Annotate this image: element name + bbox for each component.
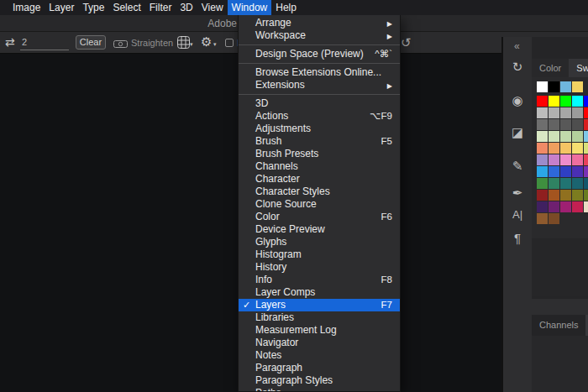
menu-item-clone-source[interactable]: Clone Source <box>239 198 400 211</box>
color-swatch[interactable] <box>572 166 583 177</box>
color-swatch[interactable] <box>584 131 588 142</box>
color-swatch[interactable] <box>572 119 583 130</box>
swap-dimensions-icon[interactable]: ⇄ <box>5 35 15 49</box>
menubar-item-filter[interactable]: Filter <box>145 0 176 15</box>
styles-panel-icon[interactable]: ◪ <box>503 125 532 140</box>
menubar-item-type[interactable]: Type <box>78 0 108 15</box>
tool-presets-panel-icon[interactable]: ✎ <box>503 159 532 174</box>
tab-color[interactable]: Color <box>532 59 569 77</box>
color-swatch[interactable] <box>584 154 588 165</box>
menu-item-character[interactable]: Character <box>239 173 400 186</box>
color-swatch[interactable] <box>549 119 559 130</box>
color-swatch[interactable] <box>572 178 583 189</box>
tab-channels[interactable]: Channels <box>532 315 585 336</box>
color-swatch[interactable] <box>537 107 548 118</box>
color-swatch[interactable] <box>537 190 548 201</box>
color-swatch[interactable] <box>560 96 571 107</box>
color-swatch[interactable] <box>584 143 588 154</box>
menu-item-layers[interactable]: ✓LayersF7 <box>239 299 400 311</box>
menu-item-histogram[interactable]: Histogram <box>239 248 400 261</box>
menu-item-brush[interactable]: BrushF5 <box>239 135 400 148</box>
color-swatch[interactable] <box>537 119 548 130</box>
color-swatch[interactable] <box>537 96 548 107</box>
menu-item-arrange[interactable]: Arrange▶ <box>239 17 400 29</box>
color-swatch[interactable] <box>584 96 588 107</box>
color-swatch[interactable] <box>549 96 559 107</box>
color-swatch[interactable] <box>537 154 548 165</box>
menu-item-glyphs[interactable]: Glyphs <box>239 236 400 248</box>
menu-item-browse-extensions-online[interactable]: Browse Extensions Online... <box>239 66 400 79</box>
color-swatch[interactable] <box>572 143 583 154</box>
menubar-item-help[interactable]: Help <box>271 0 301 15</box>
straighten-label[interactable]: Straighten <box>131 38 173 48</box>
menu-item-extensions[interactable]: Extensions▶ <box>239 79 400 91</box>
color-swatch[interactable] <box>560 131 571 142</box>
color-swatch[interactable] <box>572 131 583 142</box>
color-swatch[interactable] <box>560 201 571 212</box>
color-swatch[interactable] <box>560 178 571 189</box>
color-swatch[interactable] <box>549 143 559 154</box>
brush-settings-panel-icon[interactable]: ✒ <box>503 186 532 201</box>
history-panel-icon[interactable]: ↻ <box>503 60 532 75</box>
color-swatch[interactable] <box>549 166 559 177</box>
color-swatch[interactable] <box>584 201 588 212</box>
menu-item-notes[interactable]: Notes <box>239 349 400 362</box>
crop-settings-gear-icon[interactable]: ⚙ <box>201 34 212 50</box>
color-swatch[interactable] <box>537 166 548 177</box>
menubar-item-3d[interactable]: 3D <box>176 0 197 15</box>
color-swatch[interactable] <box>560 154 571 165</box>
menu-item-adjustments[interactable]: Adjustments <box>239 123 400 135</box>
gear-dropdown-caret-icon[interactable]: ▾ <box>213 41 217 48</box>
color-swatch[interactable] <box>537 81 548 92</box>
color-swatch[interactable] <box>549 81 559 92</box>
color-swatch[interactable] <box>584 166 588 177</box>
paragraph-panel-icon[interactable]: ¶ <box>503 231 532 245</box>
menu-item-info[interactable]: InfoF8 <box>239 274 400 286</box>
color-swatch[interactable] <box>560 81 571 92</box>
color-swatch[interactable] <box>584 107 588 118</box>
menu-item-paths[interactable]: Paths <box>239 387 400 392</box>
collapse-panels-icon[interactable]: « <box>514 42 520 50</box>
menu-item-channels[interactable]: Channels <box>239 160 400 173</box>
menu-item-color[interactable]: ColorF6 <box>239 211 400 223</box>
color-swatch[interactable] <box>537 143 548 154</box>
tab-swatches[interactable]: Swatches <box>569 59 588 77</box>
color-swatch[interactable] <box>549 131 559 142</box>
menu-item-actions[interactable]: Actions⌥F9 <box>239 110 400 123</box>
menu-item-layer-comps[interactable]: Layer Comps <box>239 286 400 299</box>
crop-overlay-grid-icon[interactable] <box>177 36 190 49</box>
straighten-icon[interactable] <box>113 39 128 49</box>
color-swatch[interactable] <box>549 201 559 212</box>
reset-icon[interactable]: ↺ <box>401 35 412 50</box>
color-swatch[interactable] <box>560 107 571 118</box>
color-swatch[interactable] <box>572 107 583 118</box>
color-swatch[interactable] <box>537 178 548 189</box>
color-swatch[interactable] <box>584 190 588 201</box>
color-swatch[interactable] <box>549 107 559 118</box>
grid-dropdown-caret-icon[interactable]: ▾ <box>190 41 193 48</box>
color-swatch[interactable] <box>572 81 583 92</box>
menubar-item-view[interactable]: View <box>197 0 228 15</box>
actions-panel-icon[interactable]: ◉ <box>503 93 532 108</box>
menubar-item-window[interactable]: Window <box>228 0 272 15</box>
menu-item-design-space-preview[interactable]: Design Space (Preview)^⌘` <box>239 48 400 60</box>
menu-item-libraries[interactable]: Libraries <box>239 311 400 324</box>
color-swatch[interactable] <box>560 143 571 154</box>
clear-button[interactable]: Clear <box>76 35 106 50</box>
color-swatch[interactable] <box>584 178 588 189</box>
menu-item-history[interactable]: History <box>239 261 400 274</box>
color-swatch[interactable] <box>560 190 571 201</box>
ratio-value-input[interactable]: 2 <box>22 37 27 47</box>
delete-cropped-pixels-checkbox[interactable] <box>225 39 234 47</box>
color-swatch[interactable] <box>572 154 583 165</box>
menubar-item-select[interactable]: Select <box>108 0 144 15</box>
menu-item-3d[interactable]: 3D <box>239 97 400 110</box>
menu-item-character-styles[interactable]: Character Styles <box>239 186 400 198</box>
color-swatch[interactable] <box>572 201 583 212</box>
menubar-item-layer[interactable]: Layer <box>45 0 78 15</box>
color-swatch[interactable] <box>549 154 559 165</box>
character-panel-icon[interactable]: A| <box>503 208 532 221</box>
menu-item-device-preview[interactable]: Device Preview <box>239 223 400 236</box>
color-swatch[interactable] <box>560 119 571 130</box>
color-swatch[interactable] <box>584 119 588 130</box>
